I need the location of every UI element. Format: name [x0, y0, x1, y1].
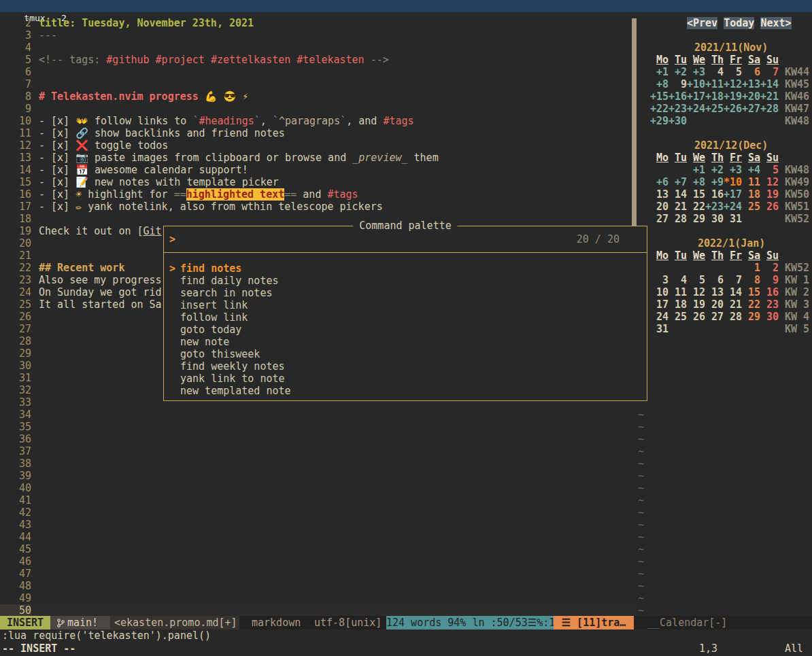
calendar-day[interactable]: 14: [724, 286, 742, 298]
palette-item[interactable]: goto today: [164, 324, 647, 336]
calendar-day[interactable]: +30: [669, 115, 687, 127]
palette-item[interactable]: new note: [164, 336, 647, 348]
calendar-day[interactable]: +24: [687, 103, 705, 115]
calendar-day[interactable]: +8: [687, 176, 705, 188]
calendar-nav-today[interactable]: Today: [724, 17, 754, 29]
calendar-day[interactable]: +16: [669, 90, 687, 103]
calendar-day[interactable]: +11: [705, 78, 724, 90]
calendar-day[interactable]: 16: [705, 188, 724, 201]
calendar-day[interactable]: +26: [724, 103, 742, 115]
calendar-day[interactable]: 21: [669, 201, 687, 213]
calendar-day[interactable]: +8: [650, 78, 669, 90]
calendar-day[interactable]: 27: [650, 213, 669, 225]
calendar-day[interactable]: +4: [742, 164, 760, 176]
calendar-day[interactable]: +29: [650, 115, 669, 127]
calendar-day[interactable]: +22: [650, 103, 669, 115]
calendar-day[interactable]: 18: [669, 298, 687, 311]
calendar-day[interactable]: 8: [742, 274, 760, 286]
calendar-day[interactable]: 31: [650, 323, 669, 335]
palette-item[interactable]: >find notes: [164, 262, 647, 275]
calendar-day[interactable]: 4: [705, 66, 724, 78]
calendar-day[interactable]: 20: [705, 298, 724, 311]
calendar-day[interactable]: +20: [742, 90, 760, 103]
calendar-day[interactable]: +18: [705, 90, 724, 103]
calendar-day[interactable]: 7: [760, 66, 779, 78]
calendar-day[interactable]: 28: [669, 213, 687, 225]
calendar-day[interactable]: 15: [742, 286, 760, 298]
calendar-day[interactable]: 27: [705, 311, 724, 323]
calendar-day[interactable]: +17: [687, 90, 705, 103]
calendar-nav-prev[interactable]: <Prev: [687, 17, 717, 29]
calendar-day[interactable]: 26: [687, 311, 705, 323]
palette-item[interactable]: insert link: [164, 299, 647, 311]
calendar-day[interactable]: 10: [650, 286, 669, 298]
calendar-day[interactable]: +17: [724, 188, 742, 201]
calendar-day[interactable]: +3: [687, 66, 705, 78]
calendar-day[interactable]: 30: [705, 213, 724, 225]
calendar-day[interactable]: +25: [705, 103, 724, 115]
scrollbar-thumb[interactable]: [632, 18, 637, 226]
calendar-day[interactable]: +2: [705, 164, 724, 176]
calendar-day[interactable]: +7: [669, 176, 687, 188]
calendar-day[interactable]: +24: [724, 201, 742, 213]
calendar-nav-next[interactable]: Next>: [760, 17, 791, 29]
calendar-day[interactable]: 29: [687, 213, 705, 225]
calendar-day[interactable]: 11: [669, 286, 687, 298]
calendar-day[interactable]: +12: [724, 78, 742, 90]
calendar-day[interactable]: 4: [669, 274, 687, 286]
calendar-day[interactable]: +14: [760, 78, 779, 90]
calendar-pane[interactable]: <Prev Today Next>2021/11(Nov)MoTuWeThFrS…: [637, 12, 812, 616]
calendar-day[interactable]: 3: [650, 274, 669, 286]
calendar-day[interactable]: 28: [724, 311, 742, 323]
calendar-day[interactable]: +21: [760, 90, 779, 103]
palette-item[interactable]: follow link: [164, 311, 647, 324]
calendar-day[interactable]: 11: [742, 176, 760, 188]
calendar-day[interactable]: 14: [669, 188, 687, 201]
calendar-day[interactable]: 5: [760, 164, 779, 176]
calendar-day[interactable]: 31: [724, 213, 742, 225]
palette-item[interactable]: goto thisweek: [164, 348, 647, 360]
calendar-day[interactable]: 1: [742, 262, 760, 274]
calendar-day[interactable]: +3: [724, 164, 742, 176]
calendar-day[interactable]: 15: [687, 188, 705, 201]
calendar-day[interactable]: +28: [760, 103, 779, 115]
palette-item[interactable]: new templated note: [164, 385, 647, 397]
calendar-day[interactable]: +6: [650, 176, 669, 188]
calendar-day[interactable]: +15: [650, 90, 669, 103]
palette-prompt-row[interactable]: > 20 / 20: [164, 226, 647, 253]
calendar-day[interactable]: 9: [669, 78, 687, 90]
calendar-day[interactable]: +13: [742, 78, 760, 90]
calendar-day[interactable]: 13: [650, 188, 669, 201]
calendar-day[interactable]: *10: [724, 176, 742, 188]
calendar-day[interactable]: 26: [760, 201, 779, 213]
calendar-day[interactable]: 5: [687, 274, 705, 286]
calendar-day[interactable]: 17: [650, 298, 669, 311]
calendar-day[interactable]: 19: [760, 188, 779, 201]
calendar-day[interactable]: 18: [742, 188, 760, 201]
calendar-day[interactable]: 19: [687, 298, 705, 311]
calendar-day[interactable]: 25: [742, 201, 760, 213]
calendar-day[interactable]: 12: [687, 286, 705, 298]
calendar-day[interactable]: +1: [650, 66, 669, 78]
palette-item[interactable]: yank link to note: [164, 373, 647, 385]
calendar-day[interactable]: +23: [669, 103, 687, 115]
calendar-day[interactable]: 16: [760, 286, 779, 298]
palette-item[interactable]: find daily notes: [164, 275, 647, 287]
calendar-day[interactable]: 13: [705, 286, 724, 298]
calendar-day[interactable]: +23: [705, 201, 724, 213]
calendar-day[interactable]: 6: [705, 274, 724, 286]
calendar-day[interactable]: +1: [687, 164, 705, 176]
calendar-day[interactable]: +9: [705, 176, 724, 188]
calendar-day[interactable]: 21: [724, 298, 742, 311]
calendar-day[interactable]: 25: [669, 311, 687, 323]
calendar-day[interactable]: 24: [650, 311, 669, 323]
palette-item[interactable]: find weekly notes: [164, 360, 647, 373]
calendar-day[interactable]: 5: [724, 66, 742, 78]
calendar-day[interactable]: 22: [742, 298, 760, 311]
calendar-day[interactable]: 20: [650, 201, 669, 213]
calendar-day[interactable]: 30: [760, 311, 779, 323]
calendar-day[interactable]: 6: [742, 66, 760, 78]
calendar-day[interactable]: 7: [724, 274, 742, 286]
calendar-day[interactable]: 12: [760, 176, 779, 188]
calendar-day[interactable]: +27: [742, 103, 760, 115]
